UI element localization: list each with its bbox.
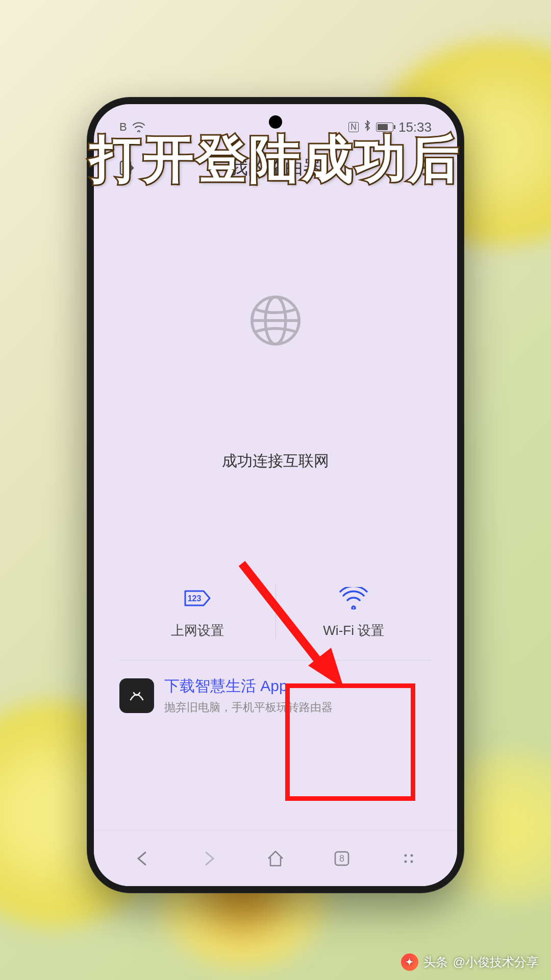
back-button[interactable] <box>130 846 155 871</box>
svg-line-63 <box>176 354 192 361</box>
watermark-brand: 头条 <box>423 954 448 970</box>
home-button[interactable] <box>263 846 288 871</box>
tabs-button[interactable]: 8 <box>329 846 355 871</box>
svg-line-5 <box>300 217 305 235</box>
svg-line-17 <box>356 274 371 281</box>
svg-line-40 <box>312 402 319 419</box>
svg-line-4 <box>294 216 297 233</box>
svg-line-20 <box>362 295 380 299</box>
svg-line-22 <box>364 309 382 311</box>
watermark-author: @小俊技术分享 <box>453 954 539 970</box>
svg-line-74 <box>176 280 192 287</box>
network-tag-icon: 123 <box>183 584 212 612</box>
browser-bottom-bar: 8 <box>94 830 457 886</box>
svg-line-27 <box>362 342 380 346</box>
annotation-arrow-icon <box>227 553 359 701</box>
svg-line-2 <box>282 214 283 232</box>
svg-line-65 <box>171 342 189 346</box>
svg-point-97 <box>404 854 407 856</box>
phone-frame: B N 15:33 我的路由器 <box>87 97 464 893</box>
tile-label: 上网设置 <box>171 622 224 640</box>
svg-line-75 <box>179 274 195 281</box>
svg-text:8: 8 <box>339 853 344 864</box>
svg-line-68 <box>168 324 186 324</box>
svg-point-98 <box>410 854 413 856</box>
svg-text:123: 123 <box>187 594 201 603</box>
svg-line-84 <box>225 226 233 242</box>
watermark-logo-icon: ✦ <box>401 953 418 971</box>
svg-line-52 <box>232 402 239 419</box>
svg-line-6 <box>306 220 312 237</box>
svg-line-47 <box>268 410 269 428</box>
svg-line-85 <box>232 223 239 239</box>
svg-line-29 <box>358 354 374 361</box>
svg-line-89 <box>261 214 263 232</box>
svg-line-30 <box>356 360 371 368</box>
svg-line-64 <box>173 348 190 354</box>
svg-line-53 <box>225 400 233 415</box>
svg-line-19 <box>360 287 377 293</box>
svg-line-43 <box>294 408 297 425</box>
svg-line-21 <box>363 302 381 305</box>
svg-line-67 <box>169 330 187 332</box>
svg-line-73 <box>173 287 190 293</box>
svg-line-71 <box>170 302 187 305</box>
svg-line-3 <box>288 214 290 232</box>
svg-point-100 <box>410 860 413 863</box>
svg-line-26 <box>363 336 381 339</box>
svg-line-8 <box>317 226 325 242</box>
svg-line-51 <box>239 404 245 421</box>
svg-line-44 <box>288 409 290 427</box>
svg-line-48 <box>261 409 263 427</box>
app-logo-icon <box>119 678 154 713</box>
svg-line-41 <box>306 404 312 421</box>
svg-line-87 <box>246 217 251 235</box>
svg-line-88 <box>253 216 257 233</box>
svg-line-69 <box>168 317 186 317</box>
svg-line-42 <box>300 406 305 424</box>
svg-line-86 <box>239 220 245 237</box>
svg-point-99 <box>404 860 407 863</box>
svg-line-50 <box>246 406 251 424</box>
svg-line-23 <box>365 317 383 317</box>
svg-line-24 <box>365 324 383 324</box>
svg-line-101 <box>242 564 326 671</box>
connection-status: 成功连接互联网 <box>94 451 457 472</box>
svg-line-28 <box>360 348 377 354</box>
svg-line-49 <box>253 408 257 425</box>
svg-line-90 <box>268 214 269 232</box>
globe-icon <box>247 292 304 349</box>
svg-line-62 <box>179 360 195 368</box>
menu-button[interactable] <box>396 846 421 871</box>
svg-line-72 <box>171 295 189 299</box>
svg-line-66 <box>170 336 187 339</box>
phone-screen: B N 15:33 我的路由器 <box>94 104 457 886</box>
forward-button[interactable] <box>196 846 222 871</box>
router-status-visual <box>161 206 390 435</box>
svg-line-70 <box>169 309 187 311</box>
svg-line-39 <box>317 400 325 415</box>
svg-line-45 <box>282 410 283 428</box>
watermark: ✦ 头条 @小俊技术分享 <box>401 953 539 971</box>
svg-line-25 <box>364 330 382 332</box>
video-caption: 打开登陆成功后 <box>0 126 551 194</box>
svg-line-18 <box>358 280 374 287</box>
svg-line-7 <box>312 223 319 239</box>
